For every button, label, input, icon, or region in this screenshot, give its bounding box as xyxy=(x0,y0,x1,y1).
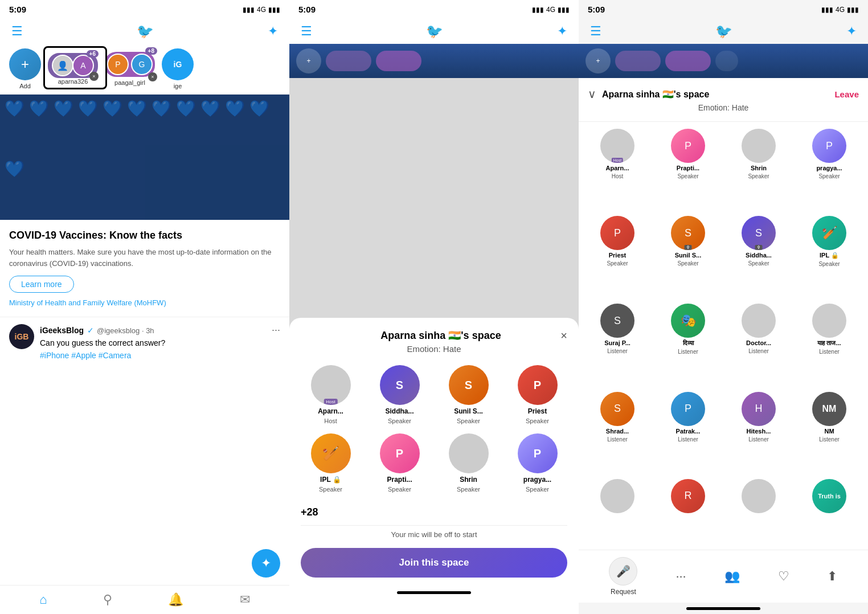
participant-anon3 xyxy=(727,479,791,543)
modal-header: Aparna sinha 🇮🇳's space × xyxy=(301,329,567,342)
panel-3-inner: 5:09 ▮▮▮ 4G ▮▮▮ ☰ 🐦 ✦ + ∨ Aparna s xyxy=(579,0,868,614)
status-bar-3: 5:09 ▮▮▮ 4G ▮▮▮ xyxy=(579,0,868,19)
battery-icon-2: ▮▮▮ xyxy=(558,6,570,14)
mic-notice: Your mic will be off to start xyxy=(301,525,567,543)
tweet-more-icon[interactable]: ··· xyxy=(272,324,280,336)
speaker-name-prapti: Prapti... xyxy=(387,476,412,484)
tweet-content: iGeeksBlog ✓ @igeeksblog · 3h ··· Can yo… xyxy=(40,324,280,360)
participant-pragya: P pragya... Speaker xyxy=(797,129,861,209)
participant-role-shrad: Listener xyxy=(607,436,628,443)
space-title: Aparna sinha 🇮🇳's space xyxy=(602,89,829,100)
participant-siddha-3: S 🎙 Siddha... Speaker xyxy=(727,216,791,297)
speaker-shrin: Shrin Speaker xyxy=(439,433,498,493)
search-nav-icon[interactable]: ⚲ xyxy=(103,592,112,607)
bg-story-1 xyxy=(326,51,371,71)
participant-name-patrak: Patrak... xyxy=(676,428,701,435)
speaker-role-ipl: Speaker xyxy=(319,486,342,493)
sparkle-icon[interactable]: ✦ xyxy=(268,24,278,39)
speaker-role-prapti: Speaker xyxy=(388,486,411,493)
participant-role-sunil-3: Speaker xyxy=(677,260,698,267)
modal-close-button[interactable]: × xyxy=(560,329,567,342)
speaker-role-priest: Speaker xyxy=(526,417,549,424)
participant-name-prapti: Prapti... xyxy=(677,165,699,171)
speaker-name-aparn: Aparn... xyxy=(318,407,343,415)
learn-more-button[interactable]: Learn more xyxy=(9,276,74,293)
speaker-role-pragya: Speaker xyxy=(526,486,549,493)
host-badge-2: Host xyxy=(324,399,337,405)
participant-avatar-anon3 xyxy=(742,479,776,513)
speaker-avatar-shrin xyxy=(449,433,489,473)
more-options-icon[interactable]: ··· xyxy=(675,569,686,584)
menu-icon-2[interactable]: ☰ xyxy=(301,24,312,39)
twitter-logo-1: 🐦 xyxy=(137,23,154,39)
home-nav-icon[interactable]: ⌂ xyxy=(39,592,47,607)
participant-avatar-divya: 🎭 xyxy=(671,304,705,338)
speaker-role-shrin: Speaker xyxy=(457,486,480,493)
participant-name-nm: NM xyxy=(824,428,834,435)
bell-nav-icon[interactable]: 🔔 xyxy=(168,592,183,607)
story-aparna[interactable]: 👤 A +6 × aparna326 xyxy=(48,53,98,85)
status-icons-1: ▮▮▮ 4G ▮▮▮ xyxy=(243,6,280,14)
story-ige[interactable]: iG ige xyxy=(162,48,194,89)
sparkle-icon-3[interactable]: ✦ xyxy=(846,24,857,39)
participant-sunil-3: S 🎙 Sunil S... Speaker xyxy=(656,216,720,297)
join-button[interactable]: Join this space xyxy=(301,548,567,578)
compose-button[interactable]: ✦ xyxy=(252,549,280,578)
participant-patrak: P Patrak... Listener xyxy=(656,392,720,472)
participant-role-nm: Listener xyxy=(819,436,840,443)
participant-avatar-priest-3: P xyxy=(600,216,634,250)
space-header: ∨ Aparna sinha 🇮🇳's space Leave Emotion:… xyxy=(579,78,868,122)
speaker-avatar-siddha: S xyxy=(380,365,420,405)
modal-sheet: Aparna sinha 🇮🇳's space × Emotion: Hate … xyxy=(289,318,579,614)
share-icon[interactable]: ⬆ xyxy=(827,569,837,584)
participant-role-ipl-3: Speaker xyxy=(818,261,840,267)
story-add[interactable]: + Add xyxy=(9,48,41,89)
speaker-priest: P Priest Speaker xyxy=(507,365,567,424)
participant-avatar-siddha-3: S 🎙 xyxy=(742,216,776,250)
host-badge-3: Host xyxy=(612,158,623,163)
speaker-avatar-ipl: 🏏 xyxy=(311,433,351,473)
story-ige-label: ige xyxy=(174,83,182,89)
participant-divya: 🎭 दिव्या Listener xyxy=(656,304,720,384)
heart-icon[interactable]: ♡ xyxy=(778,569,789,584)
bottom-nav-1: ⌂ ⚲ 🔔 ✉ xyxy=(0,585,289,614)
participant-avatar-shrad: S xyxy=(600,392,634,426)
speaker-pragya: P pragya... Speaker xyxy=(507,433,567,493)
menu-icon-3[interactable]: ☰ xyxy=(590,24,601,39)
participant-role-priest-3: Speaker xyxy=(607,260,628,267)
people-icon[interactable]: 👥 xyxy=(724,569,740,584)
mail-nav-icon[interactable]: ✉ xyxy=(240,592,250,607)
tweet-hashtags[interactable]: #iPhone #Apple #Camera xyxy=(40,351,280,360)
speaker-role-aparn: Host xyxy=(324,417,337,424)
status-icons-2: ▮▮▮ 4G ▮▮▮ xyxy=(532,6,570,14)
participant-name-divya: दिव्या xyxy=(683,339,694,347)
participant-avatar-yah xyxy=(812,304,846,338)
story-aparna-label: aparna326 xyxy=(58,78,88,85)
story-add-label: Add xyxy=(19,83,31,89)
sparkle-icon-2[interactable]: ✦ xyxy=(557,24,567,39)
tweet-section: iGB iGeeksBlog ✓ @igeeksblog · 3h ··· Ca… xyxy=(0,317,289,367)
request-button[interactable]: 🎤 Request xyxy=(609,557,637,596)
panel-1: 5:09 ▮▮▮ 4G ▮▮▮ ☰ 🐦 ✦ + Add 👤 xyxy=(0,0,289,614)
leave-button[interactable]: Leave xyxy=(834,89,859,99)
panel-2: 5:09 ▮▮▮ 4G ▮▮▮ ☰ 🐦 ✦ + A xyxy=(289,0,579,614)
ministry-link[interactable]: Ministry of Health and Family Welfare (M… xyxy=(9,298,166,307)
network-type-3: 4G xyxy=(836,6,845,14)
stories-container: + Add 👤 A +6 × aparna326 xyxy=(0,44,289,95)
menu-icon[interactable]: ☰ xyxy=(11,24,23,39)
verified-icon: ✓ xyxy=(87,326,94,335)
speaker-name-ipl: IPL 🔒 xyxy=(320,476,341,484)
compose-icon: ✦ xyxy=(261,556,271,571)
participant-role-hitesh: Listener xyxy=(748,436,769,443)
participant-avatar-nm: NM xyxy=(812,392,846,426)
time-1: 5:09 xyxy=(9,5,26,14)
participant-avatar-hitesh: H xyxy=(742,392,776,426)
twitter-nav-1: ☰ 🐦 ✦ xyxy=(0,19,289,44)
network-type: 4G xyxy=(257,6,266,14)
participant-avatar-prapti: P xyxy=(671,129,705,163)
chevron-down-icon[interactable]: ∨ xyxy=(588,87,596,101)
modal-subtitle: Emotion: Hate xyxy=(301,344,567,354)
participant-anon2: R xyxy=(656,479,720,543)
story-paagal[interactable]: P G +8 × paagal_girl xyxy=(105,52,155,86)
speaker-avatar-prapti: P xyxy=(380,433,420,473)
